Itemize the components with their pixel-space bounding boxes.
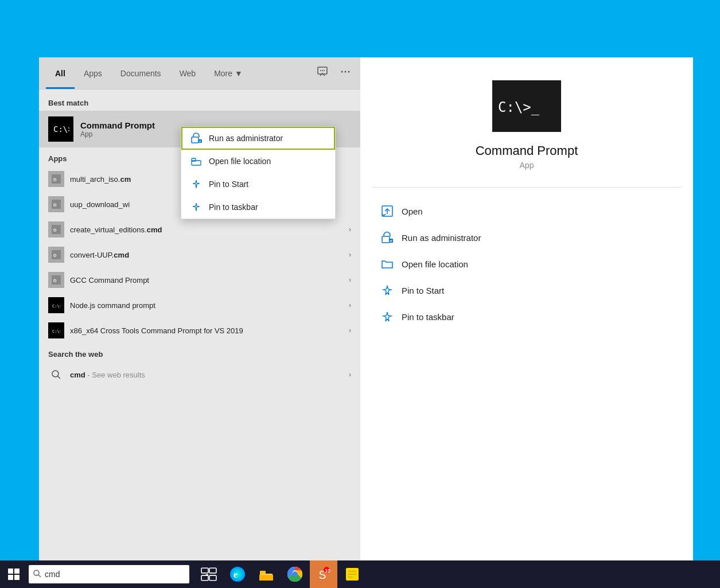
- right-panel-app-icon: C:\>_: [492, 80, 561, 132]
- command-prompt-icon: C:\>: [48, 116, 73, 142]
- open-file-location-label: Open file location: [209, 157, 271, 166]
- taskbar-search-box[interactable]: cmd: [29, 565, 189, 583]
- right-panel-title: Command Prompt: [476, 143, 578, 158]
- chevron-right-icon: ›: [349, 225, 351, 233]
- svg-text:C:\>: C:\>: [53, 124, 69, 134]
- slack-icon[interactable]: S 10: [310, 560, 337, 588]
- svg-point-5: [345, 71, 347, 73]
- app-icon: ⚙: [48, 272, 64, 288]
- pin-to-start-label: Pin to Start: [209, 180, 248, 189]
- svg-text:C:\>: C:\>: [52, 329, 60, 333]
- taskbar-icons: e S: [195, 560, 366, 588]
- chrome-icon[interactable]: [281, 560, 309, 588]
- pin-to-taskbar-action[interactable]: Pin to taskbar: [372, 305, 682, 329]
- app-icon: ⚙: [48, 221, 64, 237]
- open-icon: [381, 205, 394, 217]
- list-item[interactable]: C:\> Node.js command prompt ›: [39, 293, 360, 318]
- best-match-title: Command Prompt: [80, 120, 155, 130]
- svg-point-1: [320, 70, 321, 71]
- chevron-right-icon: ›: [349, 301, 351, 309]
- windows-logo-icon: [8, 568, 20, 580]
- svg-point-20: [52, 371, 59, 377]
- run-as-admin-action[interactable]: Run as administrator: [372, 225, 682, 250]
- svg-text:⚙: ⚙: [53, 203, 57, 208]
- svg-point-3: [324, 70, 325, 71]
- right-panel: C:\>_ Command Prompt App Open: [360, 57, 693, 560]
- open-file-location-menu-item[interactable]: Open file location: [181, 150, 335, 173]
- tab-apps[interactable]: Apps: [75, 57, 111, 89]
- chevron-right-icon: ›: [349, 251, 351, 259]
- tab-web[interactable]: Web: [170, 57, 205, 89]
- right-panel-subtitle: App: [520, 161, 534, 170]
- svg-text:⚙: ⚙: [53, 228, 57, 233]
- open-file-location-action[interactable]: Open file location: [372, 252, 682, 276]
- run-as-admin-menu-item[interactable]: Run as administrator: [181, 127, 335, 150]
- svg-rect-35: [209, 568, 216, 573]
- open-action[interactable]: Open: [372, 199, 682, 223]
- svg-text:⚙: ⚙: [53, 278, 57, 283]
- best-match-info: Command Prompt App: [80, 120, 155, 138]
- open-file-location-action-label: Open file location: [402, 259, 468, 269]
- task-view-icon[interactable]: [195, 560, 223, 588]
- svg-point-32: [34, 570, 39, 575]
- list-item[interactable]: C:\> x86_x64 Cross Tools Command Prompt …: [39, 318, 360, 343]
- right-panel-divider: [372, 187, 682, 188]
- edge-icon[interactable]: e: [224, 560, 251, 588]
- pin-to-start-menu-item[interactable]: Pin to Start: [181, 173, 335, 196]
- tab-more[interactable]: More ▼: [205, 57, 252, 89]
- chevron-right-icon: ›: [349, 326, 351, 334]
- svg-rect-34: [201, 568, 208, 573]
- taskbar-search-text: cmd: [45, 570, 60, 579]
- app-icon: ⚙: [48, 171, 64, 187]
- svg-text:10: 10: [325, 568, 330, 574]
- pin-to-taskbar-action-label: Pin to taskbar: [402, 312, 454, 322]
- app-name: x86_x64 Cross Tools Command Prompt for V…: [70, 326, 343, 335]
- app-name: create_virtual_editions.cmd: [70, 225, 343, 234]
- svg-point-46: [293, 572, 297, 577]
- search-tabs: All Apps Documents Web More ▼: [39, 57, 360, 89]
- taskbar-search-icon: [33, 570, 41, 579]
- list-item[interactable]: ⚙ GCC Command Prompt ›: [39, 267, 360, 293]
- tab-documents[interactable]: Documents: [111, 57, 170, 89]
- svg-point-2: [322, 70, 323, 71]
- list-item[interactable]: ⚙ create_virtual_editions.cmd ›: [39, 217, 360, 242]
- pin-to-taskbar-menu-item[interactable]: Pin to taskbar: [181, 196, 335, 219]
- right-panel-actions: Open Run as administrator Open file loca…: [372, 199, 682, 329]
- run-as-admin-action-icon: [381, 231, 394, 244]
- search-icon: [48, 367, 64, 383]
- run-as-admin-action-label: Run as administrator: [402, 233, 481, 243]
- file-explorer-icon[interactable]: [252, 560, 280, 588]
- list-item[interactable]: ⚙ convert-UUP.cmd ›: [39, 242, 360, 267]
- web-search-item[interactable]: cmd - See web results ›: [39, 362, 360, 387]
- pin-to-taskbar-action-icon: [381, 310, 394, 323]
- taskbar: cmd e: [0, 560, 720, 588]
- file-location-action-icon: [381, 258, 394, 270]
- pin-to-start-action[interactable]: Pin to Start: [372, 278, 682, 302]
- app-name: Node.js command prompt: [70, 301, 343, 310]
- chevron-right-icon: ›: [349, 276, 351, 284]
- pin-to-taskbar-label: Pin to taskbar: [209, 203, 258, 212]
- app-icon: C:\>: [48, 322, 64, 338]
- feedback-icon[interactable]: [314, 64, 330, 83]
- pin-to-start-action-icon: [381, 284, 394, 297]
- file-location-icon: [190, 155, 202, 167]
- more-options-icon[interactable]: [337, 64, 353, 83]
- svg-rect-38: [206, 574, 208, 575]
- svg-line-33: [38, 575, 41, 577]
- app-icon: ⚙: [48, 247, 64, 263]
- svg-point-4: [341, 71, 343, 73]
- sticky-notes-icon[interactable]: [338, 560, 366, 588]
- svg-text:e: e: [233, 570, 238, 579]
- svg-rect-43: [259, 575, 273, 581]
- start-button[interactable]: [0, 560, 28, 588]
- tab-all[interactable]: All: [46, 57, 75, 89]
- svg-rect-37: [209, 575, 216, 581]
- best-match-subtitle: App: [80, 130, 155, 138]
- svg-text:C:\>_: C:\>_: [498, 99, 540, 115]
- run-as-admin-icon: [190, 133, 202, 144]
- pin-to-start-action-label: Pin to Start: [402, 286, 444, 295]
- app-icon: C:\>: [48, 297, 64, 313]
- best-match-label: Best match: [39, 96, 360, 111]
- app-name: convert-UUP.cmd: [70, 251, 343, 259]
- svg-rect-22: [192, 137, 199, 143]
